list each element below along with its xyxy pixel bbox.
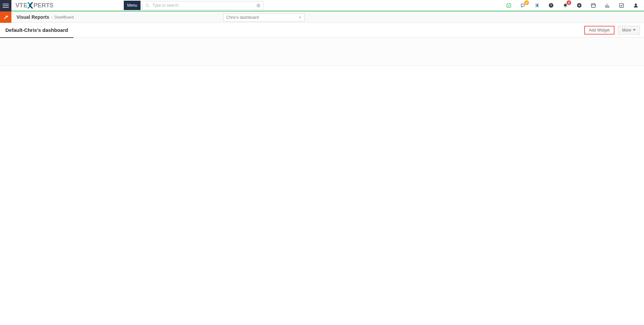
bar-chart-icon[interactable]	[604, 2, 611, 9]
breadcrumb-root[interactable]: Visual Reports	[16, 14, 49, 20]
add-widget-button[interactable]: Add Widget	[584, 26, 614, 35]
dashboard-selector[interactable]: Chris's dashboard ▼	[223, 13, 305, 21]
more-label: More	[622, 28, 631, 33]
chat-badge: 0	[524, 0, 529, 5]
hamburger-icon	[3, 4, 9, 8]
svg-text:?: ?	[550, 4, 552, 7]
chat-icon[interactable]: 0	[519, 2, 527, 9]
topbar-icon-tray: 0 ? 2	[505, 0, 644, 11]
user-icon[interactable]	[632, 2, 639, 9]
svg-text:VT: VT	[15, 2, 23, 9]
svg-point-5	[257, 4, 260, 7]
checkbox-icon[interactable]	[618, 2, 625, 9]
module-icon-cell[interactable]	[0, 11, 11, 23]
svg-rect-13	[620, 4, 624, 7]
chevron-right-icon: ›	[51, 15, 53, 19]
tab-active[interactable]: Default-Chris's dashboard	[0, 23, 73, 38]
top-bar: VT E PERTS Menu 0 ?	[0, 0, 644, 11]
dashboard-content-area	[0, 38, 644, 66]
hamburger-menu-button[interactable]	[0, 0, 11, 11]
app-logo[interactable]: VT E PERTS	[11, 0, 57, 11]
chevron-down-icon: ▼	[299, 16, 302, 19]
tab-actions: Add Widget More	[584, 26, 640, 35]
caret-down-icon	[633, 29, 636, 31]
bell-icon[interactable]: 2	[561, 2, 569, 9]
plus-circle-icon[interactable]	[576, 2, 583, 9]
help-icon[interactable]: ?	[547, 2, 555, 9]
svg-rect-6	[507, 4, 511, 7]
svg-line-4	[148, 6, 149, 7]
global-search[interactable]	[142, 1, 264, 10]
breadcrumb-leaf: DashBoard	[54, 15, 74, 19]
search-confirm-icon[interactable]	[256, 3, 261, 8]
calendar-icon[interactable]	[590, 2, 597, 9]
svg-text:PERTS: PERTS	[34, 2, 53, 9]
tab-row: Default-Chris's dashboard Add Widget Mor…	[0, 23, 644, 38]
sub-bar: Visual Reports › DashBoard Chris's dashb…	[0, 11, 644, 23]
search-input[interactable]	[152, 3, 256, 8]
search-icon	[145, 3, 150, 8]
wrench-icon	[3, 14, 9, 20]
calendar-check-icon[interactable]	[505, 2, 513, 9]
breadcrumb: Visual Reports › DashBoard	[11, 11, 74, 22]
xperts-icon[interactable]	[533, 2, 541, 9]
menu-button[interactable]: Menu	[124, 1, 141, 10]
svg-point-14	[635, 3, 637, 5]
bell-badge: 2	[567, 0, 571, 5]
tab-active-label: Default-Chris's dashboard	[5, 27, 68, 33]
dashboard-selector-value: Chris's dashboard	[226, 15, 259, 20]
svg-text:E: E	[23, 2, 28, 9]
svg-point-3	[146, 4, 149, 6]
more-button[interactable]: More	[618, 26, 640, 35]
add-widget-label: Add Widget	[589, 28, 610, 33]
svg-rect-12	[591, 4, 595, 7]
